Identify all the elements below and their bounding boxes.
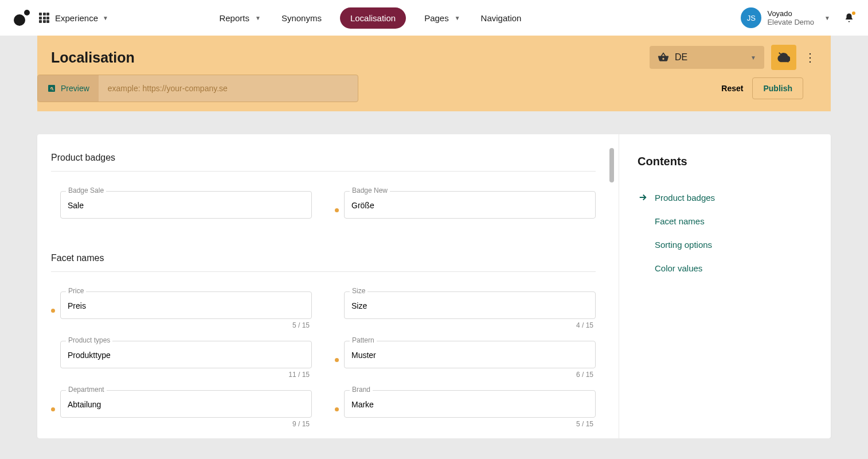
toc-label: Product badges	[655, 193, 715, 203]
field-label: Size	[350, 287, 367, 295]
field-label: Badge New	[350, 186, 390, 195]
preview-button[interactable]: Preview	[38, 75, 99, 102]
change-dot	[335, 407, 339, 411]
nav-right: JS Voyado Elevate Demo ▼	[741, 7, 854, 28]
field-label: Badge Sale	[66, 186, 106, 195]
preview-url-input[interactable]	[99, 75, 358, 102]
field-counter: 5 / 15	[60, 321, 312, 330]
more-menu-button[interactable]: ⋮	[803, 45, 817, 70]
field-badge-new: Badge New	[335, 185, 596, 230]
nav-reports-label: Reports	[219, 13, 249, 23]
experience-label: Experience	[55, 13, 98, 23]
account-text: Voyado Elevate Demo	[767, 9, 814, 26]
publish-button[interactable]: Publish	[752, 77, 803, 99]
toc-label: Color values	[655, 263, 702, 273]
change-dot	[335, 358, 339, 362]
facets-grid: Price 5 / 15 Size 4 / 15 Product types 1…	[51, 286, 596, 434]
field-label: Brand	[350, 386, 373, 394]
field-department: Department 9 / 15	[51, 384, 312, 429]
field-badge-sale: Badge Sale	[51, 185, 312, 230]
change-dot	[51, 309, 55, 313]
toc-facet-names[interactable]: Facet names	[638, 209, 812, 233]
field-brand: Brand 5 / 15	[335, 384, 596, 429]
account-line2: Elevate Demo	[767, 18, 814, 26]
notification-dot	[852, 11, 855, 15]
field-product-types: Product types 11 / 15	[51, 335, 312, 380]
arrow-right-icon	[638, 192, 648, 203]
avatar-initials: JS	[747, 14, 756, 22]
field-counter: 11 / 15	[60, 371, 312, 380]
page-title: Localisation	[51, 49, 135, 66]
field-input-size[interactable]	[344, 291, 596, 319]
field-input-brand[interactable]	[344, 390, 596, 418]
field-input-product-types[interactable]	[60, 341, 312, 368]
toc-color-values[interactable]: Color values	[638, 256, 812, 280]
main-container: Product badges Badge Sale Badge New Face…	[37, 134, 831, 438]
chevron-down-icon: ▼	[103, 15, 108, 21]
nav-reports[interactable]: Reports ▼	[217, 9, 263, 28]
chevron-down-icon: ▼	[255, 15, 261, 21]
page-header: Localisation DE ▼ ⋮ Preview	[37, 36, 831, 111]
field-label: Department	[66, 386, 107, 394]
field-size: Size 4 / 15	[335, 286, 596, 330]
toc-label: Sorting options	[655, 240, 712, 250]
field-counter: 4 / 15	[344, 321, 596, 330]
chevron-down-icon: ▼	[824, 15, 830, 21]
field-label: Price	[66, 287, 86, 295]
nav-synonyms[interactable]: Synonyms	[279, 9, 324, 28]
sidebar-title: Contents	[638, 155, 812, 168]
nav-pages[interactable]: Pages ▼	[422, 9, 462, 28]
field-pattern: Pattern 6 / 15	[335, 335, 596, 380]
field-price: Price 5 / 15	[51, 286, 312, 330]
nav-localisation[interactable]: Localisation	[340, 7, 406, 29]
logo	[14, 10, 30, 26]
chevron-down-icon: ▼	[750, 55, 756, 61]
toc-label: Facet names	[655, 216, 705, 226]
field-label: Product types	[66, 336, 112, 344]
avatar: JS	[741, 7, 761, 28]
preview-box: Preview	[37, 75, 358, 102]
change-dot	[335, 208, 339, 212]
field-counter: 6 / 15	[344, 371, 596, 380]
field-input-badge-new[interactable]	[344, 191, 596, 219]
field-input-badge-sale[interactable]	[60, 191, 312, 219]
section-title-facets: Facet names	[51, 248, 596, 272]
field-counter	[60, 221, 312, 230]
main-panel: Product badges Badge Sale Badge New Face…	[37, 134, 619, 438]
account-menu[interactable]: JS Voyado Elevate Demo ▼	[741, 7, 830, 28]
field-input-pattern[interactable]	[344, 341, 596, 368]
cloud-off-button[interactable]	[771, 45, 796, 70]
section-title-badges: Product badges	[51, 148, 596, 172]
basket-icon	[658, 52, 669, 63]
apps-icon[interactable]	[39, 13, 49, 23]
more-vert-icon: ⋮	[804, 50, 816, 64]
field-counter	[344, 221, 596, 230]
preview-label: Preview	[61, 84, 89, 93]
chevron-down-icon: ▼	[455, 15, 460, 21]
locale-label: DE	[675, 52, 687, 63]
field-counter: 5 / 15	[344, 420, 596, 429]
account-line1: Voyado	[767, 9, 814, 18]
nav-synonyms-label: Synonyms	[281, 13, 322, 23]
top-nav: Experience ▼ Reports ▼ Synonyms Localisa…	[0, 0, 868, 36]
nav-navigation-label: Navigation	[481, 13, 522, 23]
nav-pages-label: Pages	[424, 13, 449, 23]
cloud-off-icon	[777, 51, 790, 64]
nav-center: Reports ▼ Synonyms Localisation Pages ▼ …	[217, 7, 523, 29]
field-counter: 9 / 15	[60, 420, 312, 429]
toc-sorting-options[interactable]: Sorting options	[638, 233, 812, 256]
toc-product-badges[interactable]: Product badges	[638, 185, 812, 209]
experience-dropdown[interactable]: Experience ▼	[55, 13, 108, 23]
badges-grid: Badge Sale Badge New	[51, 185, 596, 235]
change-dot	[51, 407, 55, 411]
field-input-department[interactable]	[60, 390, 312, 418]
field-label: Pattern	[350, 336, 377, 344]
nav-localisation-label: Localisation	[350, 13, 396, 23]
scrollbar[interactable]	[609, 148, 614, 182]
field-input-price[interactable]	[60, 291, 312, 319]
notification-bell-icon[interactable]	[844, 13, 854, 23]
preview-icon	[47, 84, 56, 93]
nav-navigation[interactable]: Navigation	[479, 9, 524, 28]
locale-select[interactable]: DE ▼	[650, 46, 764, 69]
reset-button[interactable]: Reset	[721, 84, 743, 93]
